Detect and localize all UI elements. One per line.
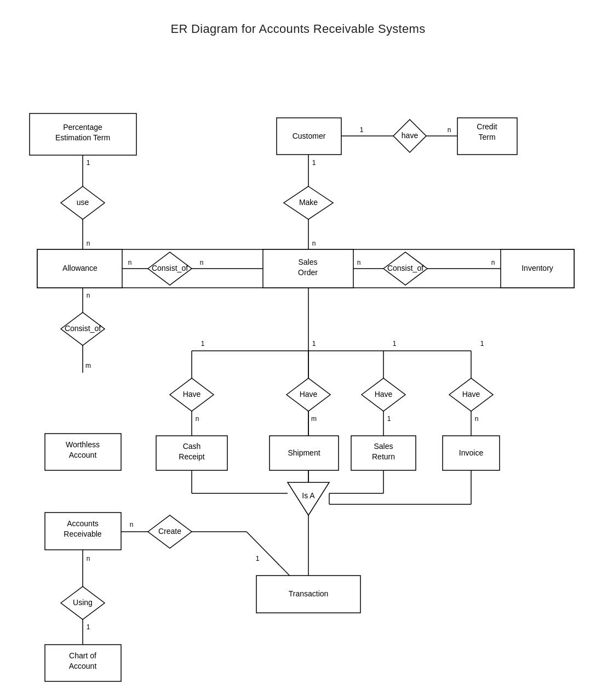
svg-text:n: n bbox=[87, 292, 90, 299]
svg-text:Sales: Sales bbox=[298, 258, 317, 266]
svg-text:n: n bbox=[196, 415, 199, 423]
svg-text:n: n bbox=[491, 259, 495, 266]
svg-text:n: n bbox=[475, 415, 479, 423]
svg-text:Transaction: Transaction bbox=[289, 589, 329, 598]
svg-text:n: n bbox=[312, 240, 316, 247]
svg-text:1: 1 bbox=[87, 623, 90, 631]
svg-text:Using: Using bbox=[73, 598, 93, 607]
svg-text:Have: Have bbox=[462, 390, 480, 399]
svg-text:Worthless: Worthless bbox=[66, 440, 100, 449]
svg-text:Account: Account bbox=[69, 451, 97, 459]
svg-text:Account: Account bbox=[69, 662, 97, 670]
svg-text:1: 1 bbox=[393, 340, 397, 348]
svg-text:m: m bbox=[85, 362, 91, 369]
svg-text:Chart of: Chart of bbox=[69, 651, 96, 660]
svg-text:1: 1 bbox=[360, 126, 364, 134]
svg-text:1: 1 bbox=[312, 340, 316, 348]
svg-text:Consist_of: Consist_of bbox=[152, 264, 188, 272]
svg-text:Estimation Term: Estimation Term bbox=[55, 133, 110, 142]
svg-text:Shipment: Shipment bbox=[288, 448, 320, 457]
svg-text:1: 1 bbox=[87, 159, 90, 167]
svg-text:Make: Make bbox=[299, 198, 318, 207]
svg-text:Create: Create bbox=[158, 527, 181, 536]
svg-text:n: n bbox=[128, 259, 132, 266]
svg-text:1: 1 bbox=[256, 555, 260, 562]
svg-text:Sales: Sales bbox=[374, 442, 393, 451]
svg-text:Inventory: Inventory bbox=[522, 264, 553, 272]
svg-text:Receipt: Receipt bbox=[179, 452, 205, 461]
svg-text:Have: Have bbox=[183, 390, 201, 399]
svg-text:Customer: Customer bbox=[293, 132, 326, 140]
svg-text:n: n bbox=[200, 259, 204, 266]
svg-text:use: use bbox=[77, 198, 89, 207]
svg-text:Return: Return bbox=[372, 452, 395, 461]
svg-text:have: have bbox=[402, 131, 419, 140]
svg-text:Term: Term bbox=[478, 133, 495, 141]
svg-text:Consist_of: Consist_of bbox=[65, 324, 101, 333]
svg-text:n: n bbox=[87, 240, 90, 247]
svg-text:Percentage: Percentage bbox=[63, 123, 102, 132]
svg-text:Consist_of: Consist_of bbox=[387, 264, 423, 272]
svg-text:Is A: Is A bbox=[302, 491, 315, 500]
svg-text:Allowance: Allowance bbox=[62, 264, 98, 272]
svg-text:m: m bbox=[311, 415, 317, 423]
page: ER Diagram for Accounts Receivable Syste… bbox=[0, 0, 596, 700]
svg-text:Cash: Cash bbox=[183, 442, 201, 451]
svg-text:1: 1 bbox=[312, 159, 316, 167]
svg-text:1: 1 bbox=[387, 415, 391, 423]
svg-text:n: n bbox=[130, 521, 134, 528]
svg-text:Have: Have bbox=[375, 390, 393, 399]
svg-text:Receivable: Receivable bbox=[64, 530, 101, 538]
svg-text:n: n bbox=[448, 126, 451, 134]
svg-text:Credit: Credit bbox=[477, 122, 497, 131]
svg-text:Order: Order bbox=[298, 268, 318, 277]
svg-text:n: n bbox=[87, 555, 90, 562]
svg-text:Have: Have bbox=[300, 390, 318, 399]
svg-text:Invoice: Invoice bbox=[459, 448, 484, 457]
svg-text:1: 1 bbox=[201, 340, 205, 348]
svg-text:Accounts: Accounts bbox=[67, 519, 99, 528]
svg-text:n: n bbox=[357, 259, 361, 266]
svg-text:1: 1 bbox=[480, 340, 484, 348]
